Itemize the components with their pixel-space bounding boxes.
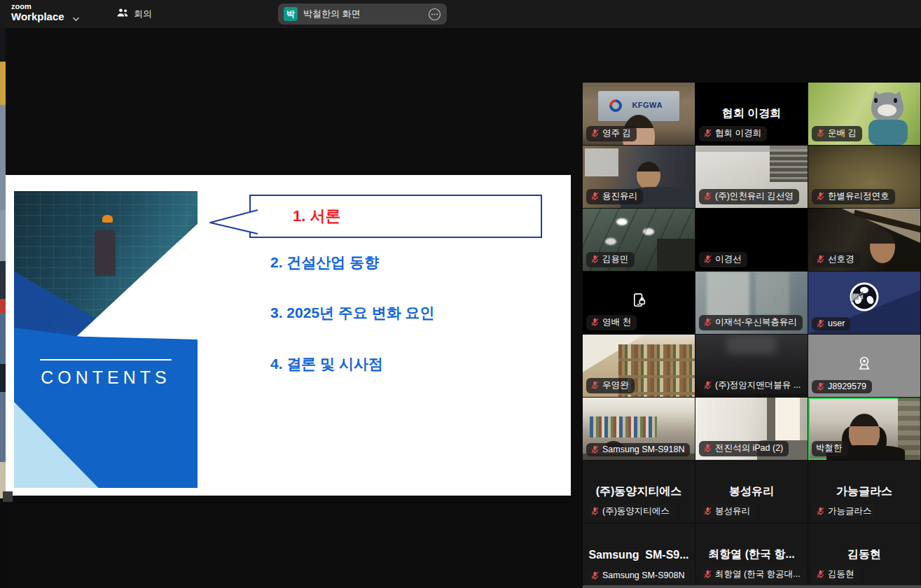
participant-tile[interactable]: (주)인천유리 김선영 xyxy=(695,146,808,208)
participant-tile[interactable]: 전진석의 iPad (2) xyxy=(695,398,808,460)
participant-tile[interactable]: 이경선 xyxy=(695,209,808,271)
shared-slide: CONTENTS 1. 서론 2. 건설산업 동향 3. 2025년 주요 변화… xyxy=(6,175,571,496)
participant-name-label: (주)인천유리 김선영 xyxy=(699,189,799,204)
mic-muted-icon xyxy=(590,507,600,516)
mic-muted-icon xyxy=(703,129,712,138)
mic-muted-icon xyxy=(816,319,825,328)
grid-scroll-edge[interactable] xyxy=(583,585,921,588)
participant-name-label: 선호경 xyxy=(812,252,860,267)
participant-tile[interactable]: (주)정암지앤더블유 ... xyxy=(695,335,808,397)
participant-name: 봉성유리 xyxy=(715,505,750,517)
tab-meeting[interactable]: 회의 xyxy=(116,7,152,20)
mic-muted-icon xyxy=(590,381,600,390)
webcam-icon xyxy=(854,354,874,374)
participant-tile[interactable]: J8929579 xyxy=(808,335,920,397)
participant-tile[interactable]: KFGWA영주 김 xyxy=(583,83,695,145)
participant-name: (주)동양지티에스 xyxy=(602,505,670,517)
participant-tile[interactable]: 운배 김 xyxy=(808,83,920,145)
logo-line-workplace: Workplace xyxy=(11,11,64,22)
participant-name: (주)정암지앤더블유 ... xyxy=(715,379,801,391)
participant-name-label: Samsung SM-S918N xyxy=(586,443,690,456)
tile-background-text: KFGWA xyxy=(632,101,662,109)
chevron-down-icon[interactable] xyxy=(72,12,80,24)
participant-name: 운배 김 xyxy=(828,127,857,139)
participant-name-label: Samsung SM-S908N xyxy=(586,569,690,582)
tile-decoration xyxy=(756,272,789,315)
zoom-workplace-logo[interactable]: zoom Workplace xyxy=(11,3,64,22)
mic-muted-icon xyxy=(590,318,600,327)
tile-decoration xyxy=(637,162,660,190)
participant-name-label: J8929579 xyxy=(812,380,872,393)
participant-tile[interactable]: 최항열 (한국 항...최항열 (한국 항공대... xyxy=(695,524,808,586)
participant-name: 가능글라스 xyxy=(828,505,872,517)
mic-muted-icon xyxy=(816,382,825,391)
participant-name: 용진유리 xyxy=(602,190,637,202)
participant-tile[interactable]: 이재석-우신복층유리 xyxy=(695,272,808,334)
tile-decoration xyxy=(775,398,800,441)
tile-decoration xyxy=(590,416,657,438)
participant-name-label: 박철한 xyxy=(812,441,848,456)
window-edge-artifact xyxy=(3,491,13,502)
participant-tile[interactable]: 용진유리 xyxy=(583,146,695,208)
mic-muted-icon xyxy=(703,381,712,390)
meeting-tab-label: 회의 xyxy=(134,8,152,20)
participant-name-label: 최항열 (한국 항공대... xyxy=(699,567,806,582)
participant-name: 협회 이경희 xyxy=(715,127,761,139)
mic-muted-icon xyxy=(816,192,825,201)
participant-name-label: 운배 김 xyxy=(812,126,862,141)
participant-name: 이경선 xyxy=(715,253,742,265)
participant-name-label: 가능글라스 xyxy=(812,504,878,519)
slide-item-1: 1. 서론 xyxy=(251,196,541,237)
participant-name: 김동현 xyxy=(828,568,854,580)
participant-tile[interactable]: 협회 이경희협회 이경희 xyxy=(695,83,808,145)
participant-name-label: 봉성유리 xyxy=(699,504,756,519)
shared-screen-title: 박철한의 화면 xyxy=(303,8,428,20)
participant-tile[interactable]: 김용민 xyxy=(583,209,695,271)
mic-muted-icon xyxy=(703,444,712,453)
camera-off-icon xyxy=(850,289,865,304)
mic-muted-icon xyxy=(703,507,712,516)
more-options-icon[interactable] xyxy=(428,8,441,21)
slide-item-4: 4. 결론 및 시사점 xyxy=(270,354,383,374)
avatar: 박 xyxy=(284,7,298,21)
logo-line-zoom: zoom xyxy=(11,3,64,10)
participant-name: 우영완 xyxy=(602,379,629,391)
participant-tile[interactable]: Samsung SM-S918N xyxy=(583,398,695,460)
mic-muted-icon xyxy=(816,570,825,579)
participant-name-label: (주)동양지티에스 xyxy=(586,504,675,519)
participant-tile[interactable]: 우영완 xyxy=(583,335,695,397)
participant-tile[interactable]: 가능글라스가능글라스 xyxy=(808,461,920,523)
participant-tile[interactable]: 박철한 xyxy=(808,398,920,460)
participant-name-label: 김동현 xyxy=(812,567,860,582)
participant-tile[interactable]: 영배 천 xyxy=(583,272,695,334)
participant-name-label: 협회 이경희 xyxy=(699,126,767,141)
tile-decoration xyxy=(695,146,808,152)
worker-silhouette xyxy=(95,230,116,276)
participant-name: Samsung SM-S918N xyxy=(602,444,684,454)
participant-name: (주)인천유리 김선영 xyxy=(715,190,794,202)
mic-muted-icon xyxy=(590,192,600,201)
shared-screen-tab[interactable]: 박 박철한의 화면 xyxy=(278,4,447,24)
participant-tile[interactable]: 김동현김동현 xyxy=(808,524,920,586)
participant-tile[interactable]: 한별유리정연호 xyxy=(808,146,920,208)
mic-muted-icon xyxy=(590,571,600,580)
tile-decoration xyxy=(870,231,895,263)
hard-hat xyxy=(102,215,113,223)
participant-tile[interactable]: 봉성유리봉성유리 xyxy=(695,461,808,523)
participant-tile[interactable]: user xyxy=(808,272,920,334)
participant-name: 영주 김 xyxy=(602,127,631,139)
participant-name: 선호경 xyxy=(828,253,854,265)
participant-name: 이재석-우신복층유리 xyxy=(715,316,797,328)
participant-name-label: 이재석-우신복층유리 xyxy=(699,315,803,330)
participant-tile[interactable]: (주)동양지티에스(주)동양지티에스 xyxy=(583,461,695,523)
participant-name: 최항열 (한국 항공대... xyxy=(715,568,801,580)
participant-name: 김용민 xyxy=(602,253,629,265)
participant-tile[interactable]: Samsung SM-S9...Samsung SM-S908N xyxy=(583,524,695,586)
tile-decoration xyxy=(585,148,618,177)
participant-name-label: (주)정암지앤더블유 ... xyxy=(699,378,806,393)
contents-title: CONTENTS xyxy=(14,368,198,388)
phone-lock-icon xyxy=(630,291,649,310)
participant-tile[interactable]: 선호경 xyxy=(808,209,920,271)
participant-name-label: 영주 김 xyxy=(586,126,637,141)
participant-grid: KFGWA영주 김협회 이경희협회 이경희운배 김용진유리(주)인천유리 김선영… xyxy=(583,83,920,586)
